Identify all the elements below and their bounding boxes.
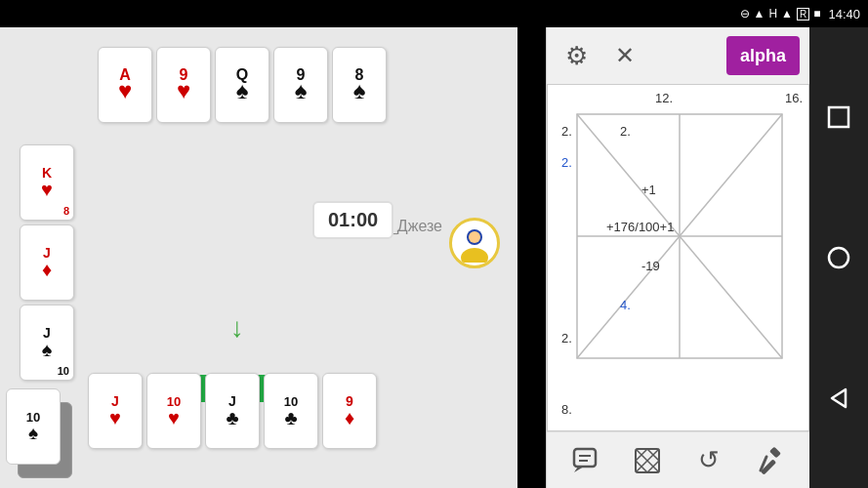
bottom-toolbar: ↺ (547, 431, 809, 488)
nav-buttons (809, 27, 868, 488)
wifi-icon: ▲ (754, 7, 765, 20)
bottom-hand: J♥ 10♥ J♣ 10♣ 9♦ (88, 392, 377, 468)
score-center-mid3: -19 (641, 259, 660, 273)
card-front: 10 ♠ (6, 388, 61, 465)
score-center-bottom: 4. (620, 298, 631, 312)
bottom-card-1[interactable]: 10♥ (146, 373, 201, 449)
score-center-mid1: +1 (641, 183, 656, 197)
game-panel: A♥ 9♥ Q♠ 9♠ 8♠ K ♥ 8 J (0, 27, 517, 488)
battery-icon: ■ (813, 7, 820, 20)
bottom-card-0[interactable]: J♥ (88, 373, 143, 449)
top-hand: A♥ 9♥ Q♠ 9♠ 8♠ (98, 37, 387, 113)
top-card-4[interactable]: 8♠ (332, 47, 387, 123)
chat-button[interactable] (566, 441, 605, 480)
grid-button[interactable] (628, 441, 667, 480)
score-bottom: 8. (561, 402, 572, 417)
score-bottom-left: 2. (561, 331, 572, 346)
timer: 01:00 (312, 201, 393, 239)
bottom-card-3[interactable]: 10♣ (264, 373, 318, 449)
score-left: 2. (561, 124, 572, 139)
avatar (449, 218, 500, 268)
svg-point-18 (829, 248, 848, 267)
score-top-right: 16. (785, 91, 803, 105)
flag-button[interactable] (751, 441, 790, 480)
svg-rect-17 (829, 107, 848, 127)
score-table: 12. 16. 2. 2. 2. +1 +176/100+1 -19 4. 2.… (547, 84, 809, 431)
left-card-1[interactable]: J ♦ (20, 224, 74, 301)
clock: 14:40 (828, 7, 860, 21)
score-top: 12. (655, 91, 673, 105)
svg-rect-14 (769, 447, 781, 459)
svg-point-1 (461, 248, 488, 263)
score-area: 12. 16. 2. 2. 2. +1 +176/100+1 -19 4. 2.… (547, 84, 809, 431)
score-center-mid2: +176/100+1 (606, 220, 674, 234)
top-card-2[interactable]: Q♠ (215, 47, 269, 123)
top-card-3[interactable]: 9♠ (273, 47, 328, 123)
r-icon: R (797, 8, 809, 20)
toolbar: ⚙ ✕ alpha (547, 27, 809, 84)
back-nav-button[interactable] (819, 379, 858, 418)
svg-marker-19 (832, 389, 846, 407)
status-bar: ⊖ ▲ H ▲ R ■ 14:40 (0, 0, 868, 27)
status-icons: ⊖ ▲ H ▲ R ■ 14:40 (740, 7, 860, 21)
svg-rect-3 (574, 449, 596, 467)
square-nav-button[interactable] (819, 98, 858, 137)
refresh-button[interactable]: ↺ (689, 441, 728, 480)
left-hand: K ♥ 8 J ♦ J ♠ 10 (10, 144, 64, 381)
h-icon: H (768, 7, 777, 20)
score-left-inner: 2. (561, 155, 572, 170)
down-arrow-icon: ↓ (230, 312, 244, 344)
svg-point-2 (469, 231, 480, 243)
stacked-card[interactable]: 10 ♠ (6, 388, 72, 478)
circle-nav-button[interactable] (819, 238, 858, 277)
gear-button[interactable]: ⚙ (557, 36, 596, 75)
stop-icon: ⊖ (740, 7, 750, 20)
bottom-card-2[interactable]: J♣ (205, 373, 260, 449)
signal-icon: ▲ (781, 7, 793, 20)
top-card-1[interactable]: 9♥ (156, 47, 211, 123)
score-center-top: 2. (620, 124, 631, 139)
left-card-0[interactable]: K ♥ 8 (20, 144, 74, 221)
top-card-0[interactable]: A♥ (98, 47, 152, 123)
close-button[interactable]: ✕ (605, 36, 644, 75)
bottom-card-4[interactable]: 9♦ (322, 373, 377, 449)
right-panel: ⚙ ✕ alpha 12. 16. 2. 2. 2. +1 +176/100+1… (546, 27, 809, 488)
left-card-2[interactable]: J ♠ 10 (20, 305, 74, 381)
alpha-button[interactable]: alpha (726, 36, 800, 75)
